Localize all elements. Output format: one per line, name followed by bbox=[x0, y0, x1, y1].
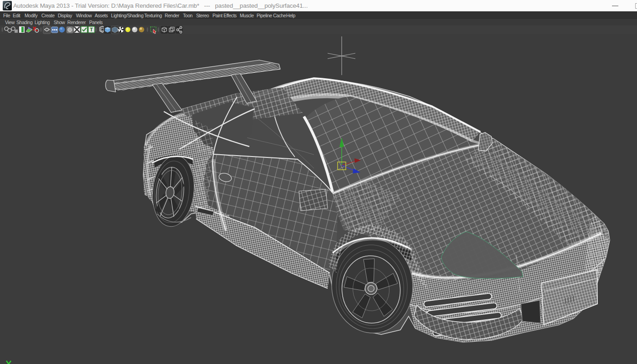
svg-text:T: T bbox=[90, 27, 93, 32]
